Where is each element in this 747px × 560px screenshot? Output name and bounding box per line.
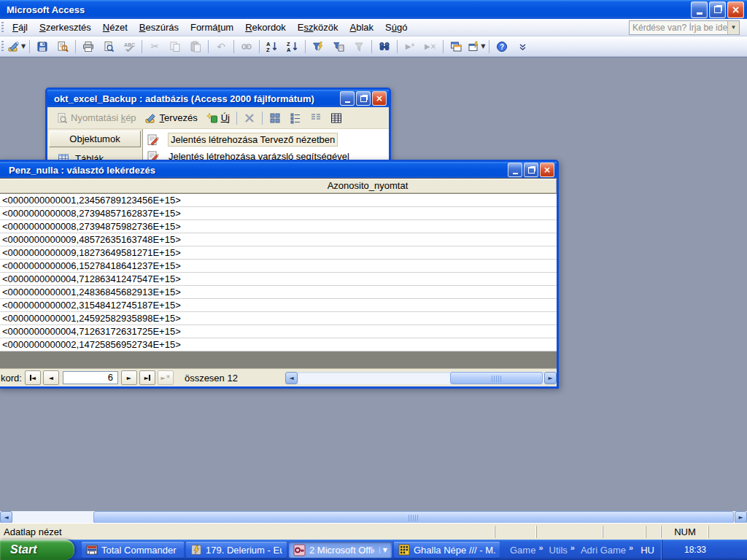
scroll-right-icon[interactable]: ► — [735, 511, 747, 524]
chevron-right-icon[interactable]: » — [538, 543, 543, 552]
table-row[interactable]: <0000000000008,27394857162837E+15> — [0, 207, 557, 220]
menu-item-sugo[interactable]: Súgó — [379, 20, 413, 35]
close-button[interactable]: × — [727, 1, 744, 18]
current-record-input[interactable]: 6 — [63, 371, 118, 384]
table-row[interactable]: <0000000000002,31548412745187E+15> — [0, 299, 557, 312]
menu-item-formatum[interactable]: Formátum — [185, 20, 239, 35]
scrollbar-thumb[interactable] — [450, 372, 543, 384]
cut-button[interactable]: ✂ — [144, 37, 165, 55]
find-button[interactable] — [374, 37, 395, 55]
print-preview-button[interactable] — [98, 37, 119, 55]
filter-selection-button[interactable] — [308, 37, 328, 55]
new-record-button[interactable]: ▶* — [400, 37, 420, 55]
hyperlink-button[interactable] — [236, 37, 257, 55]
db-minimize-button[interactable] — [340, 91, 355, 106]
restore-button[interactable] — [709, 1, 726, 18]
toolbar-drag-handle[interactable] — [1, 41, 4, 52]
toolbar-options-button[interactable] — [512, 37, 533, 55]
taskbar-toolbands: Game»Utils»Adri Game» — [510, 545, 633, 556]
view-small-button[interactable] — [285, 110, 306, 126]
sort-desc-button[interactable]: ZA — [282, 37, 303, 55]
menu-item-rekordok[interactable]: Rekordok — [239, 20, 292, 35]
scroll-left-icon[interactable]: ◄ — [0, 511, 12, 524]
uj-button[interactable]: Új — [202, 110, 234, 126]
scrollbar-thumb[interactable] — [93, 511, 734, 524]
db-close-button[interactable]: × — [372, 91, 387, 106]
file-search-button[interactable] — [53, 37, 73, 55]
taskbar-task-ghalla-nepe-m[interactable]: Ghalla Népe /// - M... — [394, 542, 500, 558]
table-row[interactable]: <0000000000004,71286341247547E+15> — [0, 273, 557, 286]
table-row[interactable]: <0000000000002,14725856952734E+15> — [0, 338, 557, 351]
column-header[interactable]: Azonosito_nyomtat — [0, 179, 557, 194]
scroll-left-icon[interactable]: ◄ — [285, 372, 298, 384]
toolband-adri-game[interactable]: Adri Game» — [581, 545, 633, 556]
first-record-button[interactable]: ◄ — [25, 370, 41, 385]
tervezes-button[interactable]: Tervezés — [141, 110, 202, 126]
table-row[interactable]: <0000000000006,15278418641237E+15> — [0, 260, 557, 273]
menu-item-nezet[interactable]: Nézet — [97, 20, 133, 35]
save-button[interactable] — [32, 37, 53, 55]
menu-item-szerkesztes[interactable]: Szerkesztés — [34, 20, 97, 35]
new-record-button[interactable]: ►* — [158, 370, 174, 385]
query-window-titlebar[interactable]: Penz_nulla : választó lekérdezés × — [0, 162, 557, 178]
menu-item-ablak[interactable]: Ablak — [344, 20, 379, 35]
chevron-right-icon[interactable]: » — [629, 543, 633, 552]
view-details-button[interactable] — [326, 110, 347, 126]
table-row[interactable]: <0000000000001,24592582935898E+15> — [0, 312, 557, 325]
table-row[interactable]: <0000000000001,24836845682913E+15> — [0, 286, 557, 299]
menu-item-beszuras[interactable]: Beszúrás — [133, 20, 185, 35]
taskbar-task-2-microsoft-offic[interactable]: 2 Microsoft Offic...▼ — [289, 542, 392, 558]
query-maximize-button[interactable] — [524, 163, 538, 177]
undo-button[interactable]: ↶ — [211, 37, 231, 55]
taskbar-tasks: Total Commander ...179. Delerium - Eu...… — [82, 542, 500, 558]
toolband-utils[interactable]: Utils» — [549, 545, 575, 556]
next-record-button[interactable]: ► — [121, 370, 137, 385]
sort-asc-button[interactable]: AZ — [262, 37, 282, 55]
previous-record-button[interactable]: ◄ — [43, 370, 59, 385]
start-button[interactable]: Start — [0, 540, 74, 560]
query-minimize-button[interactable] — [508, 163, 522, 177]
view-list-button[interactable] — [306, 110, 326, 126]
database-window-button[interactable] — [446, 37, 466, 55]
filter-form-button[interactable] — [328, 37, 349, 55]
db-maximize-button[interactable] — [356, 91, 371, 106]
objects-header-button[interactable]: Objektumok — [49, 131, 141, 147]
taskbar-task-179-delerium-eu[interactable]: 179. Delerium - Eu... — [186, 542, 287, 558]
copy-button[interactable] — [165, 37, 185, 55]
table-row[interactable]: <0000000000009,48572635163748E+15> — [0, 233, 557, 246]
help-question-box[interactable]: Kérdése van? Írja be ide. ▼ — [629, 20, 740, 35]
spelling-button[interactable]: ABC — [119, 37, 139, 55]
table-row[interactable]: <0000000000008,27394875982736E+15> — [0, 220, 557, 233]
table-row[interactable]: <0000000000004,71263172631725E+15> — [0, 325, 557, 338]
taskbar-task-total-commander[interactable]: Total Commander ... — [82, 542, 184, 558]
help-button[interactable]: ? — [492, 37, 512, 55]
new-object-button[interactable]: ▼ — [466, 37, 487, 55]
delete-button[interactable] — [239, 110, 260, 126]
chevron-right-icon[interactable]: » — [570, 543, 575, 552]
apply-filter-button[interactable] — [349, 37, 369, 55]
chevron-down-icon[interactable]: ▼ — [727, 21, 739, 34]
last-record-button[interactable]: ► — [139, 370, 155, 385]
menu-drag-handle[interactable] — [1, 22, 4, 34]
datasheet-empty-area — [0, 351, 557, 368]
scrollbar-track[interactable] — [298, 372, 544, 384]
minimize-button[interactable] — [691, 1, 708, 18]
scroll-right-icon[interactable]: ► — [544, 372, 557, 384]
delete-record-button[interactable]: ▶× — [420, 37, 441, 55]
query-close-button[interactable]: × — [540, 163, 554, 177]
view-design-button[interactable]: ▼ — [7, 37, 27, 55]
view-large-button[interactable] — [265, 110, 285, 126]
nyomtatasi-kep-button[interactable]: Nyomtatási kép — [52, 110, 141, 126]
start-label: Start — [10, 543, 36, 556]
chevron-down-icon[interactable]: ▼ — [379, 547, 387, 553]
list-item[interactable]: Jelentés létrehozása Tervező nézetben — [144, 131, 387, 148]
database-window-titlebar[interactable]: okt_excel_Backup : adatbázis (Access 200… — [47, 90, 389, 107]
menu-item-fajl[interactable]: Fájl — [7, 20, 34, 35]
table-row[interactable]: <0000000000009,18273649581271E+15> — [0, 246, 557, 260]
menu-item-eszkozok[interactable]: Eszközök — [292, 20, 344, 35]
toolband-game[interactable]: Game» — [510, 545, 543, 556]
print-button[interactable] — [78, 37, 98, 55]
paste-button[interactable] — [185, 37, 206, 55]
language-indicator[interactable]: HU — [640, 545, 654, 556]
table-row[interactable]: <0000000000001,23456789123456E+15> — [0, 194, 557, 207]
